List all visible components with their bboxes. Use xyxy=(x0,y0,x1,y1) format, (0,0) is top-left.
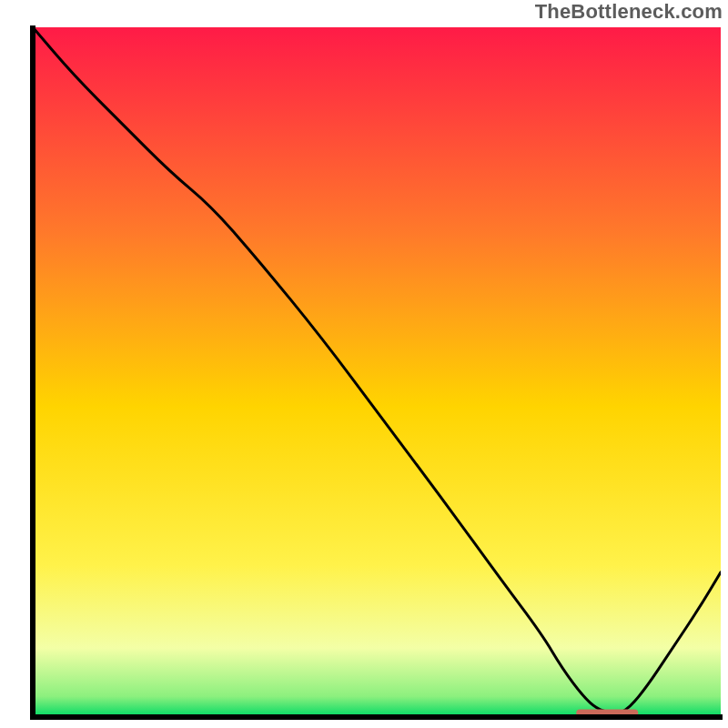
chart-svg xyxy=(0,24,728,728)
plot-area xyxy=(0,24,728,728)
chart-root: TheBottleneck.com xyxy=(0,0,728,728)
gradient-background xyxy=(33,27,721,717)
plot-group xyxy=(30,25,723,720)
watermark-text: TheBottleneck.com xyxy=(535,0,723,24)
